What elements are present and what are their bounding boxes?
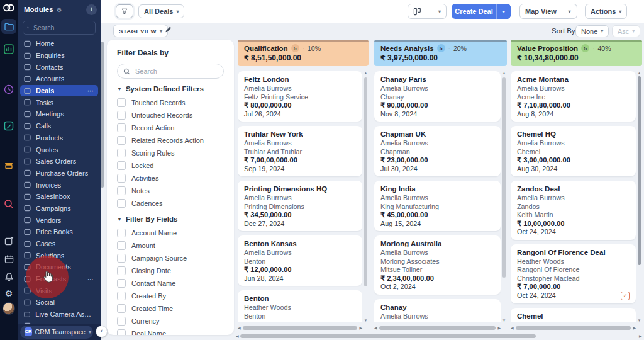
deal-card-chemel[interactable]: ChemelHeather Woods	[511, 308, 636, 323]
sidebar-item-vendors[interactable]: Vendors	[20, 214, 98, 226]
deal-card-king-india[interactable]: King IndiaAmelia BurrowsKing Manufacturi…	[374, 181, 501, 231]
checkbox[interactable]	[117, 304, 126, 313]
deal-card-truhlar-new-york[interactable]: Truhlar New YorkAmelia BurrowsTruhlar An…	[238, 126, 362, 176]
filter-option-currency[interactable]: Currency	[117, 315, 224, 327]
add-module-button[interactable]: +	[86, 4, 97, 15]
checkbox[interactable]	[117, 98, 126, 107]
map-view-caret[interactable]: ▾	[562, 4, 577, 19]
scroll-left-icon[interactable]: ◀	[374, 326, 377, 330]
gear-icon[interactable]: ⚙	[0, 288, 18, 298]
scroll-left-icon[interactable]: ◀	[511, 326, 514, 330]
scroll-left-icon[interactable]: ◀	[238, 326, 241, 330]
checkbox[interactable]	[117, 161, 126, 170]
scrollbar-thumb[interactable]	[516, 326, 631, 330]
checkbox[interactable]	[117, 266, 126, 275]
checkbox[interactable]	[117, 292, 126, 300]
deal-card-chapman-uk[interactable]: Chapman UKAmelia BurrowsChapman₹ 23,00,0…	[374, 126, 501, 176]
deal-card-chanay-paris[interactable]: Chanay ParisAmelia BurrowsChanay₹ 90,00,…	[374, 71, 501, 122]
view-selector-dropdown[interactable]: All Deals ▾	[138, 4, 184, 18]
checkbox[interactable]	[117, 199, 126, 208]
modules-settings-icon[interactable]: ⚙	[57, 6, 62, 13]
scrollbar-thumb[interactable]	[379, 326, 496, 330]
checkbox[interactable]	[117, 111, 126, 120]
checkbox[interactable]	[117, 241, 126, 250]
more-options-icon[interactable]: ⋯	[87, 88, 94, 94]
checkbox[interactable]	[117, 279, 126, 288]
sidebar-item-social[interactable]: Social	[20, 297, 98, 309]
sidebar-item-products[interactable]: Products	[20, 132, 98, 144]
deal-card-benton[interactable]: BentonHeather WoodsBentonJohn Butt	[238, 290, 362, 322]
sidebar-search-input[interactable]	[32, 23, 91, 32]
scroll-down-icon[interactable]: ▼	[501, 319, 507, 322]
scrollbar-thumb[interactable]	[364, 77, 367, 286]
sidebar-item-deals[interactable]: Deals⋯	[20, 85, 98, 97]
deal-card-morlong-australia[interactable]: Morlong AustraliaAmelia BurrowsMorlong A…	[374, 235, 501, 295]
layout-toggle-dropdown[interactable]: ▾	[408, 4, 447, 19]
create-deal-button[interactable]: Create Deal	[452, 4, 496, 19]
sort-field-dropdown[interactable]: None ▾	[575, 25, 609, 37]
filter-option-untouched-records[interactable]: Untouched Records	[117, 109, 224, 122]
sidebar-item-tasks[interactable]: Tasks	[20, 96, 98, 108]
recent-icon[interactable]	[0, 84, 18, 94]
filter-option-created-time[interactable]: Created Time	[117, 302, 224, 315]
sidebar-item-home[interactable]: Home	[20, 38, 98, 50]
map-view-button[interactable]: Map View	[519, 4, 562, 19]
sidebar-search[interactable]	[23, 21, 96, 35]
sidebar-item-contacts[interactable]: Contacts	[20, 61, 98, 73]
filter-search-input[interactable]	[134, 67, 212, 76]
checkbox[interactable]	[117, 254, 126, 263]
deal-card-benton-kansas[interactable]: Benton KansasAmelia BurrowsBenton₹ 12,00…	[238, 235, 362, 286]
sidebar-item-sales-orders[interactable]: Sales Orders	[20, 156, 98, 167]
checkbox[interactable]	[117, 229, 126, 237]
teamspace-selector[interactable]: CR CRM Teamspace ▾	[20, 326, 93, 339]
user-avatar[interactable]	[0, 302, 18, 315]
stage-view-dropdown[interactable]: STAGEVIEW ▾	[113, 25, 168, 37]
folder-icon[interactable]	[1, 19, 16, 34]
deal-card-zandos-deal[interactable]: Zandos DealAmelia BurrowsZandosKeith Mar…	[511, 181, 636, 240]
scrollbar-thumb[interactable]	[243, 326, 357, 330]
column-vertical-scrollbar[interactable]: ▲▼	[501, 71, 507, 322]
filter-section-filter-by-fields[interactable]: ▼Filter By Fields	[117, 215, 224, 223]
column-horizontal-scrollbar[interactable]: ◀▶	[511, 326, 636, 331]
scroll-right-icon[interactable]: ▶	[497, 326, 501, 330]
sidebar-item-purchase-orders[interactable]: Purchase Orders	[20, 167, 98, 179]
notes-icon[interactable]	[0, 121, 18, 131]
scroll-down-icon[interactable]: ▼	[636, 319, 642, 322]
sidebar-item-campaigns[interactable]: Campaigns	[20, 203, 98, 215]
sidebar-item-salesinbox[interactable]: SalesInbox	[20, 191, 98, 203]
deal-card-printing-dimensions-hq[interactable]: Printing Dimensions HQAmelia BurrowsPrin…	[238, 181, 362, 231]
filter-option-touched-records[interactable]: Touched Records	[117, 96, 224, 109]
checkbox[interactable]	[117, 174, 126, 183]
marketplace-icon[interactable]	[0, 160, 18, 170]
sidebar-item-cases[interactable]: Cases	[20, 238, 98, 250]
task-checkbox-icon[interactable]: ✓	[621, 292, 630, 300]
compose-icon[interactable]	[0, 237, 18, 246]
filter-section-system-defined-filters[interactable]: ▼System Defined Filters	[117, 85, 224, 93]
create-deal-caret[interactable]: ▾	[496, 4, 511, 19]
edit-view-button[interactable]	[165, 26, 172, 35]
deal-card-chanay[interactable]: ChanayAmelia BurrowsChanay	[374, 299, 501, 323]
deal-card-rangoni-of-florence-deal[interactable]: Rangoni Of Florence DealHeather WoodsRan…	[511, 244, 636, 303]
bell-icon[interactable]	[0, 272, 18, 281]
scroll-right-icon[interactable]: ▶	[633, 326, 636, 330]
checkbox[interactable]	[117, 317, 126, 326]
zia-search-icon[interactable]	[0, 199, 18, 209]
filter-option-amount[interactable]: Amount	[117, 239, 224, 252]
column-horizontal-scrollbar[interactable]: ◀▶	[238, 326, 362, 331]
sidebar-item-quotes[interactable]: Quotes	[20, 144, 98, 156]
checkbox[interactable]	[117, 186, 126, 195]
deal-card-chemel-hq[interactable]: Chemel HQAmelia BurrowsChemel₹ 3,00,00,0…	[511, 126, 636, 176]
sidebar-item-live-camera-assis[interactable]: Live Camera Assis...	[20, 309, 98, 320]
filter-option-cadences[interactable]: Cadences	[117, 197, 224, 210]
sidebar-item-invoices[interactable]: Invoices	[20, 179, 98, 191]
checkbox[interactable]	[117, 136, 126, 145]
checkbox[interactable]	[117, 149, 126, 157]
sidebar-item-meetings[interactable]: Meetings	[20, 108, 98, 120]
filter-option-account-name[interactable]: Account Name	[117, 227, 224, 239]
filter-option-activities[interactable]: Activities	[117, 172, 224, 184]
filter-option-record-action[interactable]: Record Action	[117, 122, 224, 134]
sort-direction-dropdown[interactable]: Asc ▾	[612, 25, 640, 37]
actions-dropdown[interactable]: Actions ▾	[585, 4, 627, 19]
filter-option-created-by[interactable]: Created By	[117, 290, 224, 302]
filter-option-scoring-rules[interactable]: Scoring Rules	[117, 147, 224, 159]
